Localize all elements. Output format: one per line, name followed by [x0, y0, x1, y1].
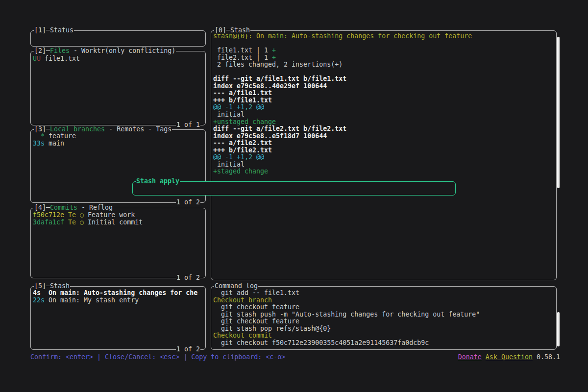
text-segment: index e79c5e8..40e29ef 100644	[213, 82, 327, 90]
text-segment: @@ -1 +1,2 @@	[213, 153, 264, 161]
text-segment	[33, 132, 41, 140]
text-segment: 3dafa1cf	[33, 219, 64, 226]
diff-line: file1.txt | 1 +	[213, 47, 554, 54]
files-panel-title: [2]─Files - Worktr(only conflicting)	[34, 48, 176, 55]
stash-apply-dialog-title: Stash apply	[136, 178, 180, 185]
text-segment: diff --git a/file2.txt b/file2.txt	[213, 125, 346, 132]
stash-list-panel-title: [5]─Stash	[34, 283, 70, 290]
diff-line: +unstaged change	[213, 119, 554, 126]
text-segment: diff --git a/file1.txt b/file1.txt	[213, 75, 346, 82]
diff-line: @@ -1 +1,2 @@	[213, 154, 554, 161]
text-segment: Te	[68, 211, 76, 219]
command-log-scrollbar-thumb[interactable]	[557, 312, 560, 346]
text-segment: initial	[213, 111, 245, 118]
command-log-line: git checkout feature	[213, 318, 554, 325]
text-segment: Command log	[215, 282, 258, 290]
branch-entry[interactable]: * feature	[33, 133, 203, 140]
diff-line: 2 files changed, 2 insertions(+)	[213, 61, 554, 69]
text-segment: feature	[45, 132, 76, 140]
text-segment: U	[37, 55, 41, 62]
text-segment: Checkout commit	[213, 332, 272, 339]
text-segment: Local branches	[50, 125, 105, 133]
text-segment: +staged change	[213, 168, 268, 175]
file-entry[interactable]: UU file1.txt	[33, 55, 203, 63]
main-view-panel[interactable]: [0]─Stash stash@{0}: On main: Auto-stash…	[211, 30, 557, 280]
text-segment	[76, 219, 80, 226]
main-view-scrollbar-thumb[interactable]	[557, 37, 560, 188]
command-log-line: git checkout f50c712e23900355c4051a2e911…	[213, 340, 554, 347]
text-segment: Te	[68, 219, 76, 226]
text-segment	[64, 219, 68, 226]
text-segment	[213, 40, 217, 47]
lazygit-terminal: { "panels": { "status": { "title": [{"t"…	[0, 0, 588, 392]
command-log-line: git stash pop refs/stash@{0}	[213, 325, 554, 333]
bottom-status-bar: Confirm: <enter> | Close/Cancel: <esc> |…	[30, 354, 560, 361]
text-segment: git checkout f50c712e23900355c4051a2e911…	[213, 339, 429, 346]
text-segment: stash@{0}: On main: Auto-stashing change…	[213, 32, 472, 40]
text-segment	[213, 68, 217, 75]
diff-line: stash@{0}: On main: Auto-stashing change…	[213, 33, 554, 40]
diff-line: @@ -1 +1,2 @@	[213, 104, 554, 111]
diff-line: --- a/file2.txt	[213, 140, 554, 147]
stash-list-panel[interactable]: [5]─Stash 1 of 2 4s On main: Auto-stashi…	[30, 286, 206, 350]
main-view-panel-title: [0]─Stash	[214, 27, 250, 34]
text-segment: On main: Auto-stashing changes for che	[41, 289, 197, 296]
text-segment: 22s	[33, 296, 45, 304]
text-segment: On main: My stash entry	[45, 296, 139, 304]
diff-line: file2.txt | 1 +	[213, 54, 554, 62]
commits-panel-count: 1 of 2	[176, 274, 200, 282]
text-segment: 2 files changed, 2 insertions(+)	[213, 61, 343, 68]
command-log-line: Checkout branch	[213, 297, 554, 304]
text-segment: 33s	[33, 140, 45, 147]
text-segment: @@ -1 +1,2 @@	[213, 103, 264, 111]
text-segment: git stash pop refs/stash@{0}	[213, 325, 331, 332]
status-panel[interactable]: [1]─Status lazygit-keys-test → feature	[30, 30, 206, 47]
text-segment: [3]─	[34, 125, 50, 133]
text-segment: - Reflog	[77, 204, 113, 211]
commit-entry[interactable]: f50c712e Te ○ Feature work	[33, 212, 203, 219]
text-segment: +	[272, 54, 276, 61]
text-segment: +++ b/file1.txt	[213, 97, 272, 104]
text-segment	[76, 211, 80, 219]
text-segment: - Remotes - Tags	[105, 125, 172, 133]
status-panel-title: [1]─Status	[34, 27, 74, 34]
diff-line: +++ b/file1.txt	[213, 97, 554, 104]
diff-line: --- a/file1.txt	[213, 90, 554, 97]
text-segment: +	[272, 47, 276, 54]
ask-question-link[interactable]: Ask Question	[486, 353, 533, 361]
diff-line: +staged change	[213, 168, 554, 175]
stash-entry[interactable]: 22s On main: My stash entry	[33, 297, 203, 304]
command-log-line: Checkout commit	[213, 332, 554, 340]
command-log-panel-title: Command log	[214, 283, 258, 290]
diff-line: initial	[213, 161, 554, 169]
text-segment: file1.txt	[41, 55, 80, 62]
diff-line: index e79c5e8..e5f18d7 100644	[213, 133, 554, 140]
text-segment: +++ b/file2.txt	[213, 147, 272, 154]
text-segment: ○	[80, 219, 84, 226]
text-segment: Checkout branch	[213, 296, 272, 304]
files-panel-count: 1 of 1	[176, 122, 200, 129]
files-panel[interactable]: [2]─Files - Worktr(only conflicting) 1 o…	[30, 51, 206, 125]
command-log-panel[interactable]: Command log git add -- file1.txtCheckout…	[211, 286, 557, 350]
text-segment: [2]─	[34, 47, 50, 54]
diff-line: index e79c5e8..40e29ef 100644	[213, 83, 554, 90]
donate-link[interactable]: Donate	[458, 353, 482, 361]
stash-entry[interactable]: 4s On main: Auto-stashing changes for ch…	[33, 290, 203, 297]
commit-entry[interactable]: 3dafa1cf Te ○ Initial commit	[33, 219, 203, 226]
text-segment: git checkout feature	[213, 318, 299, 325]
commits-panel-title: [4]─Commits - Reflog	[34, 204, 113, 212]
stash-apply-dialog[interactable]: Stash apply Are you sure you want to app…	[132, 181, 456, 196]
text-segment: ○	[80, 211, 84, 219]
branch-entry[interactable]: 33s main	[33, 140, 203, 147]
diff-line: +++ b/file2.txt	[213, 147, 554, 154]
diff-line: diff --git a/file2.txt b/file2.txt	[213, 125, 554, 133]
text-segment: [0]─	[215, 26, 230, 34]
text-segment: git stash push -m "Auto-stashing changes…	[213, 311, 480, 318]
commits-panel[interactable]: [4]─Commits - Reflog 1 of 2 f50c712e Te …	[30, 208, 206, 278]
version-label: 0.58.1	[537, 353, 560, 361]
diff-line: initial	[213, 111, 554, 119]
text-segment: [1]─	[34, 26, 50, 34]
text-segment: initial	[213, 161, 245, 168]
stash-list-panel-count: 1 of 2	[176, 346, 200, 353]
diff-line	[213, 40, 554, 48]
